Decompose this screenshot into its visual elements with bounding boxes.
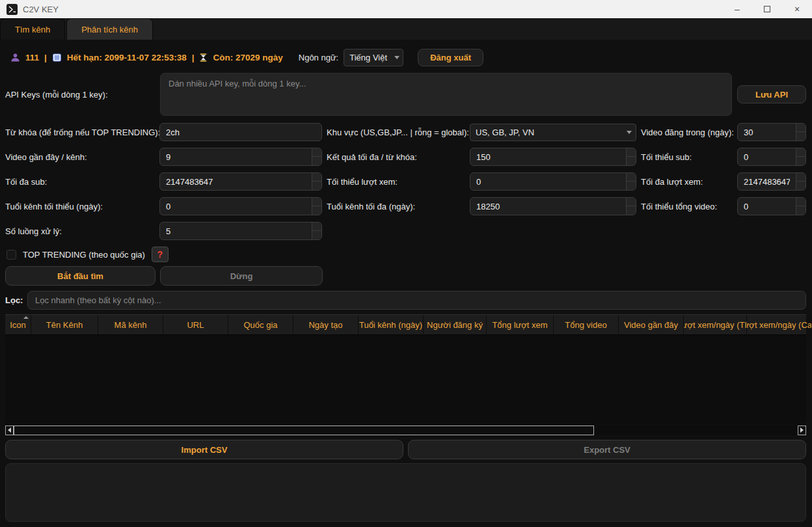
- column-header-video-gan-day[interactable]: Video gần đây: [619, 315, 684, 334]
- minimize-icon[interactable]: –: [722, 0, 752, 18]
- horizontal-scrollbar[interactable]: [5, 425, 806, 435]
- spin-down-button[interactable]: [796, 206, 805, 215]
- region-select[interactable]: US, GB, JP, VN: [470, 124, 636, 141]
- min-views-stepper[interactable]: [470, 172, 636, 191]
- column-header-url[interactable]: URL: [163, 315, 228, 334]
- spin-down-button[interactable]: [312, 182, 321, 190]
- spin-up-button[interactable]: [626, 148, 636, 157]
- chevron-down-icon[interactable]: [623, 124, 636, 141]
- keyword-value[interactable]: [160, 128, 321, 137]
- scroll-right-icon[interactable]: [798, 426, 806, 435]
- help-button[interactable]: ?: [152, 247, 169, 262]
- maximize-icon[interactable]: [752, 0, 782, 18]
- column-header-ngay-tao[interactable]: Ngày tạo: [293, 315, 359, 334]
- tab-tim-kenh[interactable]: Tìm kênh: [0, 18, 65, 40]
- min-sub-stepper[interactable]: [737, 148, 806, 166]
- spin-down-button[interactable]: [796, 182, 805, 190]
- spin-up-button[interactable]: [796, 198, 805, 206]
- csv-buttons-row: Import CSV Export CSV: [5, 440, 806, 459]
- published-within-label: Video đăng trong (ngày):: [636, 128, 734, 137]
- remaining-text: Còn: 27029 ngày: [213, 53, 282, 62]
- recent-videos-stepper[interactable]: [159, 148, 322, 166]
- spin-up-button[interactable]: [796, 124, 805, 132]
- tab-phan-tich-kenh[interactable]: Phân tích kênh: [66, 18, 153, 40]
- max-sub-value[interactable]: [160, 177, 312, 187]
- column-header-luot-xem-ngay-tb[interactable]: Lượt xem/ngày (TB): [684, 315, 747, 334]
- max-channel-age-stepper[interactable]: [470, 197, 636, 215]
- spin-up-button[interactable]: [796, 173, 805, 182]
- max-sub-stepper[interactable]: [159, 172, 322, 191]
- column-header-tong-video[interactable]: Tổng video: [554, 315, 619, 334]
- api-keys-textarea[interactable]: [160, 73, 732, 116]
- min-total-videos-label: Tối thiểu tổng video:: [636, 202, 717, 211]
- min-views-value[interactable]: [470, 177, 626, 187]
- scrollbar-track[interactable]: [14, 426, 798, 435]
- max-views-stepper[interactable]: [737, 172, 806, 191]
- app-window: C2V KEY – × Tìm kênh Phân tích kênh 111 …: [0, 0, 812, 527]
- max-channel-age-value[interactable]: [470, 202, 626, 211]
- recent-videos-value[interactable]: [160, 152, 312, 162]
- spin-up-button[interactable]: [312, 173, 321, 182]
- maximize-glyph: [764, 6, 770, 12]
- main-content: 111 | Hết hạn: 2099-11-07 22:53:38 | Còn…: [0, 48, 812, 524]
- app-icon: [7, 4, 18, 15]
- min-views-label: Tối thiểu lượt xem:: [322, 177, 398, 187]
- spin-down-button[interactable]: [626, 157, 636, 165]
- spin-down-button[interactable]: [796, 157, 805, 165]
- published-within-stepper[interactable]: [737, 123, 806, 141]
- min-channel-age-value[interactable]: [160, 202, 312, 211]
- column-header-tong-luot-xem[interactable]: Tổng lượt xem: [487, 315, 554, 334]
- spin-up-button[interactable]: [796, 148, 805, 157]
- column-header-nguoi-dang-ky[interactable]: Người đăng ký: [424, 315, 487, 334]
- log-output-area[interactable]: [5, 463, 806, 522]
- max-channel-age-label: Tuổi kênh tối đa (ngày):: [322, 202, 415, 211]
- keyword-input[interactable]: [159, 123, 322, 141]
- user-icon: [10, 53, 20, 62]
- save-api-button[interactable]: Lưu API: [737, 85, 806, 103]
- language-select[interactable]: Tiếng Việt: [344, 49, 403, 66]
- scrollbar-thumb[interactable]: [14, 426, 594, 435]
- published-within-value[interactable]: [738, 128, 796, 137]
- max-views-value[interactable]: [738, 177, 796, 187]
- thread-count-value[interactable]: [160, 226, 312, 236]
- spin-down-button[interactable]: [312, 157, 321, 165]
- start-search-button[interactable]: Bắt đầu tìm: [5, 266, 156, 286]
- logout-button[interactable]: Đăng xuất: [418, 49, 483, 66]
- spin-up-button[interactable]: [312, 223, 321, 231]
- max-results-value[interactable]: [470, 152, 626, 162]
- close-icon[interactable]: ×: [782, 0, 812, 18]
- column-header-ten-kenh[interactable]: Tên Kênh: [31, 315, 98, 334]
- export-csv-button[interactable]: Export CSV: [408, 440, 806, 459]
- min-channel-age-stepper[interactable]: [159, 197, 322, 215]
- min-total-videos-value[interactable]: [738, 202, 796, 211]
- max-results-stepper[interactable]: [470, 148, 636, 166]
- spin-up-button[interactable]: [312, 148, 321, 157]
- spin-up-button[interactable]: [626, 173, 636, 182]
- language-label: Ngôn ngữ:: [299, 53, 338, 62]
- column-header-luot-xem-ngay-cao[interactable]: Lượt xem/ngày (Cao): [747, 315, 812, 334]
- spin-down-button[interactable]: [626, 206, 636, 215]
- top-trending-checkbox[interactable]: [7, 250, 16, 260]
- spin-down-button[interactable]: [312, 231, 321, 239]
- top-trending-row: TOP TRENDING (theo quốc gia) ?: [5, 246, 806, 263]
- spin-up-button[interactable]: [312, 198, 321, 206]
- filter-label: Lọc:: [5, 295, 27, 305]
- spin-up-button[interactable]: [626, 198, 636, 206]
- min-sub-value[interactable]: [738, 152, 796, 162]
- spin-down-button[interactable]: [796, 132, 805, 141]
- api-keys-row: API Keys (mỗi dòng 1 key): Lưu API: [5, 73, 806, 116]
- spin-down-button[interactable]: [626, 182, 636, 190]
- scroll-left-icon[interactable]: [5, 426, 14, 435]
- min-total-videos-stepper[interactable]: [737, 197, 806, 215]
- spin-down-button[interactable]: [312, 206, 321, 215]
- region-label: Khu vực (US,GB,JP... | rỗng = global):: [322, 128, 469, 137]
- filter-input[interactable]: [27, 291, 806, 310]
- column-header-tuoi-kenh[interactable]: Tuổi kênh (ngày): [359, 315, 424, 334]
- chevron-down-icon[interactable]: [390, 49, 403, 66]
- import-csv-button[interactable]: Import CSV: [5, 440, 403, 459]
- stop-button[interactable]: Dừng: [160, 266, 323, 286]
- column-header-quoc-gia[interactable]: Quốc gia: [228, 315, 293, 334]
- column-header-icon[interactable]: Icon: [5, 315, 31, 334]
- column-header-ma-kenh[interactable]: Mã kênh: [98, 315, 163, 334]
- thread-count-stepper[interactable]: [159, 222, 322, 240]
